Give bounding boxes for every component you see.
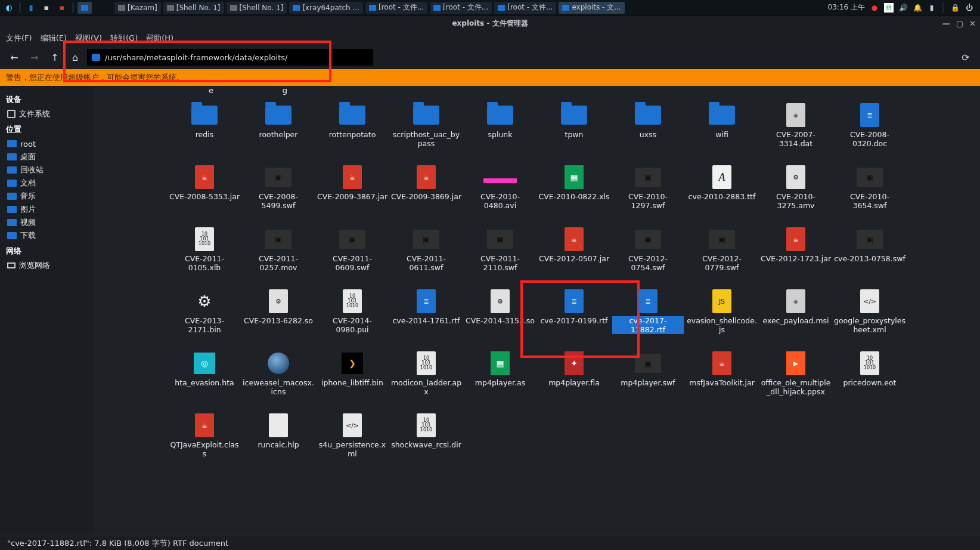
- file-grid-area[interactable]: eg redisroothelperrottenpotatoscripthost…: [94, 86, 980, 536]
- menu-file[interactable]: 文件(F): [6, 33, 32, 44]
- forward-button[interactable]: →: [26, 49, 43, 66]
- file-item[interactable]: JSevasion_shellcode.js: [685, 285, 759, 345]
- sidebar-item-videos[interactable]: 视频: [0, 216, 94, 229]
- file-item[interactable]: roothelper: [241, 99, 315, 159]
- file-item[interactable]: ❯iphone_libtiff.bin: [315, 347, 389, 407]
- file-item[interactable]: ≣CVE-2008-0320.doc: [833, 99, 907, 159]
- taskbar-item-root1[interactable]: [root - 文件...: [365, 2, 427, 14]
- file-item[interactable]: 101011010CVE-2014-0980.pui: [315, 285, 389, 345]
- up-button[interactable]: ↑: [46, 49, 63, 66]
- file-item[interactable]: ▣CVE-2008-5499.swf: [241, 161, 315, 221]
- video-file-icon: ▣: [413, 230, 439, 249]
- taskbar-item-exploits[interactable]: exploits - 文...: [559, 2, 624, 14]
- taskbar-item-kazam[interactable]: [Kazam]: [114, 2, 161, 14]
- record-icon[interactable]: ●: [870, 4, 879, 12]
- address-bar[interactable]: /usr/share/metasploit-framework/data/exp…: [87, 49, 373, 66]
- file-item[interactable]: ☕CVE-2012-1723.jar: [759, 223, 833, 283]
- volume-icon[interactable]: 🔊: [898, 4, 908, 12]
- quick-settings-icon[interactable]: ▪: [55, 2, 69, 13]
- file-item[interactable]: Acve-2010-2883.ttf: [685, 161, 759, 221]
- file-item[interactable]: rottenpotato: [315, 99, 389, 159]
- file-item[interactable]: ☕CVE-2009-3867.jar: [315, 161, 389, 221]
- file-item[interactable]: ☕QTJavaExploit.class: [168, 409, 241, 469]
- menu-go[interactable]: 转到(G): [110, 33, 138, 44]
- file-item[interactable]: scripthost_uac_bypass: [389, 99, 463, 159]
- file-item[interactable]: ▣CVE-2011-0609.swf: [315, 223, 389, 283]
- file-item[interactable]: 101011010pricedown.eot: [833, 347, 907, 407]
- home-button[interactable]: ⌂: [67, 49, 83, 66]
- file-item[interactable]: redis: [168, 99, 241, 159]
- taskbar-item-root2[interactable]: [root - 文件...: [430, 2, 492, 14]
- file-item[interactable]: ▣cve-2013-0758.swf: [833, 223, 907, 283]
- sidebar-item-documents[interactable]: 文档: [0, 177, 94, 190]
- file-item[interactable]: ≣cve-2014-1761.rtf: [389, 285, 463, 345]
- menu-help[interactable]: 帮助(H): [146, 33, 173, 44]
- maximize-button[interactable]: ▢: [954, 19, 965, 28]
- taskbar-item-xray[interactable]: [xray64patch ...: [289, 2, 363, 14]
- sidebar-item-trash[interactable]: 回收站: [0, 163, 94, 177]
- file-item[interactable]: iceweasel_macosx.icns: [241, 347, 315, 407]
- reload-button[interactable]: ⟳: [957, 49, 974, 66]
- menu-edit[interactable]: 编辑(E): [41, 33, 67, 44]
- ime-icon[interactable]: 拼: [884, 3, 894, 13]
- sidebar-item-browse-network[interactable]: 浏览网络: [0, 259, 94, 272]
- battery-icon[interactable]: ▮: [927, 4, 936, 12]
- taskbar-item-shell2[interactable]: [Shell No. 1]: [227, 2, 287, 14]
- minimize-button[interactable]: —: [941, 19, 952, 28]
- file-item[interactable]: ☕msfJavaToolkit.jar: [685, 347, 759, 407]
- file-item[interactable]: ▦CVE-2010-0822.xls: [537, 161, 611, 221]
- file-item[interactable]: ▣CVE-2012-0754.swf: [611, 223, 685, 283]
- sidebar-item-music[interactable]: 音乐: [0, 190, 94, 203]
- file-item[interactable]: 101011010CVE-2011-0105.xlb: [168, 223, 241, 283]
- file-item[interactable]: ▣CVE-2010-1297.swf: [611, 161, 685, 221]
- taskbar-item-shell1[interactable]: [Shell No. 1]: [163, 2, 224, 14]
- file-item[interactable]: ☕CVE-2012-0507.jar: [537, 223, 611, 283]
- file-item[interactable]: 101011010modicon_ladder.apx: [389, 347, 463, 407]
- app-menu-icon[interactable]: ◐: [2, 2, 15, 13]
- file-item[interactable]: ⚙CVE-2013-2171.bin: [168, 285, 241, 345]
- taskbar-item-root3[interactable]: [root - 文件...: [494, 2, 556, 14]
- file-item[interactable]: splunk: [463, 99, 537, 159]
- file-item[interactable]: ≣cve-2017-11882.rtf: [611, 285, 685, 345]
- file-item[interactable]: ▣CVE-2012-0779.swf: [685, 223, 759, 283]
- notification-icon[interactable]: 🔔: [913, 4, 922, 12]
- file-item[interactable]: ⚙CVE-2010-3275.amv: [759, 161, 833, 221]
- file-item[interactable]: runcalc.hlp: [241, 409, 315, 469]
- file-item[interactable]: ▶office_ole_multiple_dll_hijack.ppsx: [759, 347, 833, 407]
- quick-folder-icon[interactable]: ▮: [24, 2, 38, 13]
- file-item[interactable]: ◈exec_payload.msi: [759, 285, 833, 345]
- sidebar-item-filesystem[interactable]: 文件系统: [0, 107, 94, 120]
- sidebar-item-downloads[interactable]: 下载: [0, 229, 94, 242]
- file-item[interactable]: ◈CVE-2007-3314.dat: [759, 99, 833, 159]
- file-item[interactable]: ☕CVE-2009-3869.jar: [389, 161, 463, 221]
- file-item[interactable]: ▣CVE-2011-0611.swf: [389, 223, 463, 283]
- sidebar-item-root[interactable]: root: [0, 137, 94, 150]
- close-button[interactable]: ✕: [967, 19, 978, 28]
- file-item[interactable]: ▣mp4player.swf: [611, 347, 685, 407]
- file-item[interactable]: ▣CVE-2010-3654.swf: [833, 161, 907, 221]
- file-item[interactable]: ≣cve-2017-0199.rtf: [537, 285, 611, 345]
- file-item[interactable]: ☕CVE-2008-5353.jar: [168, 161, 241, 221]
- file-item[interactable]: ▦mp4player.as: [463, 347, 537, 407]
- back-button[interactable]: ←: [6, 49, 23, 66]
- file-item[interactable]: ▣CVE-2011-2110.swf: [463, 223, 537, 283]
- file-item[interactable]: </>s4u_persistence.xml: [315, 409, 389, 469]
- file-item[interactable]: wifi: [685, 99, 759, 159]
- file-item[interactable]: </>google_proxystylesheet.xml: [833, 285, 907, 345]
- file-item[interactable]: tpwn: [537, 99, 611, 159]
- power-icon[interactable]: ⏻: [965, 4, 974, 12]
- taskbar-current[interactable]: [77, 2, 92, 14]
- lock-icon[interactable]: 🔒: [950, 4, 960, 12]
- file-item[interactable]: 101011010shockwave_rcsl.dir: [389, 409, 463, 469]
- file-item[interactable]: ⚙CVE-2014-3153.so: [463, 285, 537, 345]
- menu-view[interactable]: 视图(V): [75, 33, 102, 44]
- file-item[interactable]: ▣CVE-2011-0257.mov: [241, 223, 315, 283]
- file-item[interactable]: CVE-2010-0480.avi: [463, 161, 537, 221]
- quick-terminal-icon[interactable]: ▪: [40, 2, 53, 13]
- file-item[interactable]: ✦mp4player.fla: [537, 347, 611, 407]
- file-item[interactable]: ◎hta_evasion.hta: [168, 347, 241, 407]
- sidebar-item-pictures[interactable]: 图片: [0, 203, 94, 216]
- sidebar-item-desktop[interactable]: 桌面: [0, 150, 94, 163]
- file-item[interactable]: ⚙CVE-2013-6282.so: [241, 285, 315, 345]
- file-item[interactable]: uxss: [611, 99, 685, 159]
